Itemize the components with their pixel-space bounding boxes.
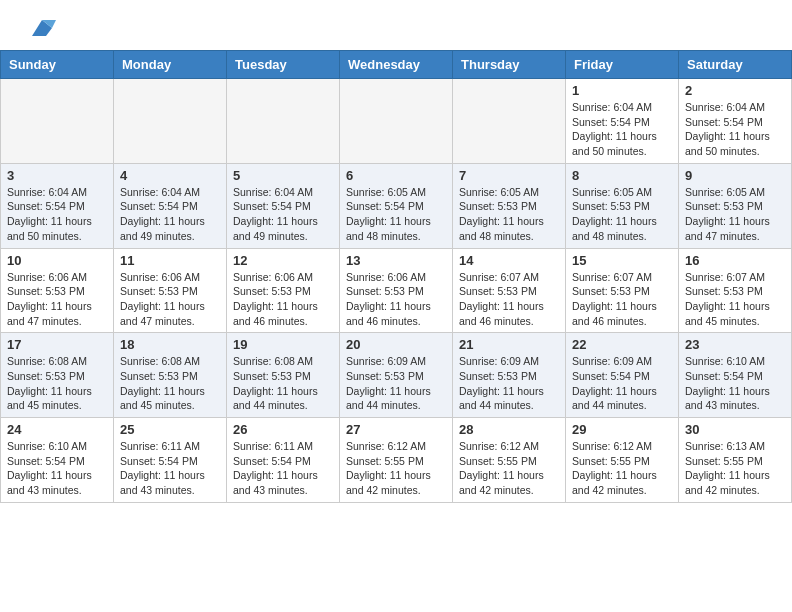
day-number: 15	[572, 253, 672, 268]
week-row-1: 1Sunrise: 6:04 AMSunset: 5:54 PMDaylight…	[1, 79, 792, 164]
day-info: Sunrise: 6:08 AMSunset: 5:53 PMDaylight:…	[233, 354, 333, 413]
weekday-header-tuesday: Tuesday	[227, 51, 340, 79]
weekday-header-thursday: Thursday	[453, 51, 566, 79]
calendar-cell: 13Sunrise: 6:06 AMSunset: 5:53 PMDayligh…	[340, 248, 453, 333]
calendar-cell: 6Sunrise: 6:05 AMSunset: 5:54 PMDaylight…	[340, 163, 453, 248]
day-info: Sunrise: 6:04 AMSunset: 5:54 PMDaylight:…	[7, 185, 107, 244]
day-number: 4	[120, 168, 220, 183]
page-header	[0, 0, 792, 50]
day-info: Sunrise: 6:06 AMSunset: 5:53 PMDaylight:…	[346, 270, 446, 329]
day-info: Sunrise: 6:07 AMSunset: 5:53 PMDaylight:…	[572, 270, 672, 329]
day-info: Sunrise: 6:12 AMSunset: 5:55 PMDaylight:…	[572, 439, 672, 498]
calendar-cell: 25Sunrise: 6:11 AMSunset: 5:54 PMDayligh…	[114, 418, 227, 503]
day-number: 30	[685, 422, 785, 437]
day-number: 21	[459, 337, 559, 352]
calendar-cell: 23Sunrise: 6:10 AMSunset: 5:54 PMDayligh…	[679, 333, 792, 418]
calendar-cell: 27Sunrise: 6:12 AMSunset: 5:55 PMDayligh…	[340, 418, 453, 503]
day-info: Sunrise: 6:08 AMSunset: 5:53 PMDaylight:…	[7, 354, 107, 413]
calendar-cell: 2Sunrise: 6:04 AMSunset: 5:54 PMDaylight…	[679, 79, 792, 164]
day-number: 1	[572, 83, 672, 98]
logo	[24, 18, 56, 42]
calendar-cell: 19Sunrise: 6:08 AMSunset: 5:53 PMDayligh…	[227, 333, 340, 418]
calendar-cell: 1Sunrise: 6:04 AMSunset: 5:54 PMDaylight…	[566, 79, 679, 164]
day-info: Sunrise: 6:06 AMSunset: 5:53 PMDaylight:…	[120, 270, 220, 329]
day-info: Sunrise: 6:11 AMSunset: 5:54 PMDaylight:…	[233, 439, 333, 498]
calendar-cell: 21Sunrise: 6:09 AMSunset: 5:53 PMDayligh…	[453, 333, 566, 418]
day-info: Sunrise: 6:04 AMSunset: 5:54 PMDaylight:…	[233, 185, 333, 244]
calendar-cell	[114, 79, 227, 164]
calendar-cell	[227, 79, 340, 164]
calendar-cell: 17Sunrise: 6:08 AMSunset: 5:53 PMDayligh…	[1, 333, 114, 418]
calendar-cell: 24Sunrise: 6:10 AMSunset: 5:54 PMDayligh…	[1, 418, 114, 503]
calendar-cell: 15Sunrise: 6:07 AMSunset: 5:53 PMDayligh…	[566, 248, 679, 333]
weekday-header-wednesday: Wednesday	[340, 51, 453, 79]
day-info: Sunrise: 6:04 AMSunset: 5:54 PMDaylight:…	[572, 100, 672, 159]
weekday-header-monday: Monday	[114, 51, 227, 79]
calendar-cell: 28Sunrise: 6:12 AMSunset: 5:55 PMDayligh…	[453, 418, 566, 503]
calendar-cell: 14Sunrise: 6:07 AMSunset: 5:53 PMDayligh…	[453, 248, 566, 333]
calendar-cell: 8Sunrise: 6:05 AMSunset: 5:53 PMDaylight…	[566, 163, 679, 248]
day-number: 5	[233, 168, 333, 183]
day-info: Sunrise: 6:05 AMSunset: 5:53 PMDaylight:…	[685, 185, 785, 244]
calendar-cell: 18Sunrise: 6:08 AMSunset: 5:53 PMDayligh…	[114, 333, 227, 418]
calendar-cell: 20Sunrise: 6:09 AMSunset: 5:53 PMDayligh…	[340, 333, 453, 418]
weekday-header-sunday: Sunday	[1, 51, 114, 79]
calendar-cell: 12Sunrise: 6:06 AMSunset: 5:53 PMDayligh…	[227, 248, 340, 333]
day-number: 22	[572, 337, 672, 352]
day-number: 11	[120, 253, 220, 268]
week-row-4: 17Sunrise: 6:08 AMSunset: 5:53 PMDayligh…	[1, 333, 792, 418]
day-info: Sunrise: 6:06 AMSunset: 5:53 PMDaylight:…	[7, 270, 107, 329]
calendar-cell: 9Sunrise: 6:05 AMSunset: 5:53 PMDaylight…	[679, 163, 792, 248]
week-row-3: 10Sunrise: 6:06 AMSunset: 5:53 PMDayligh…	[1, 248, 792, 333]
day-number: 8	[572, 168, 672, 183]
day-number: 10	[7, 253, 107, 268]
day-number: 29	[572, 422, 672, 437]
calendar-cell	[453, 79, 566, 164]
weekday-header-saturday: Saturday	[679, 51, 792, 79]
calendar-cell	[1, 79, 114, 164]
day-number: 27	[346, 422, 446, 437]
calendar-cell: 29Sunrise: 6:12 AMSunset: 5:55 PMDayligh…	[566, 418, 679, 503]
calendar-wrapper: SundayMondayTuesdayWednesdayThursdayFrid…	[0, 50, 792, 515]
calendar-cell: 16Sunrise: 6:07 AMSunset: 5:53 PMDayligh…	[679, 248, 792, 333]
day-info: Sunrise: 6:13 AMSunset: 5:55 PMDaylight:…	[685, 439, 785, 498]
day-number: 12	[233, 253, 333, 268]
day-info: Sunrise: 6:05 AMSunset: 5:53 PMDaylight:…	[459, 185, 559, 244]
day-number: 14	[459, 253, 559, 268]
day-number: 3	[7, 168, 107, 183]
calendar-cell: 3Sunrise: 6:04 AMSunset: 5:54 PMDaylight…	[1, 163, 114, 248]
calendar-cell: 7Sunrise: 6:05 AMSunset: 5:53 PMDaylight…	[453, 163, 566, 248]
day-info: Sunrise: 6:05 AMSunset: 5:54 PMDaylight:…	[346, 185, 446, 244]
calendar-cell: 22Sunrise: 6:09 AMSunset: 5:54 PMDayligh…	[566, 333, 679, 418]
day-number: 7	[459, 168, 559, 183]
day-number: 17	[7, 337, 107, 352]
day-number: 13	[346, 253, 446, 268]
calendar-cell: 10Sunrise: 6:06 AMSunset: 5:53 PMDayligh…	[1, 248, 114, 333]
day-number: 6	[346, 168, 446, 183]
calendar-cell: 4Sunrise: 6:04 AMSunset: 5:54 PMDaylight…	[114, 163, 227, 248]
day-info: Sunrise: 6:12 AMSunset: 5:55 PMDaylight:…	[346, 439, 446, 498]
day-number: 25	[120, 422, 220, 437]
day-info: Sunrise: 6:05 AMSunset: 5:53 PMDaylight:…	[572, 185, 672, 244]
day-number: 20	[346, 337, 446, 352]
day-number: 18	[120, 337, 220, 352]
day-number: 28	[459, 422, 559, 437]
day-number: 26	[233, 422, 333, 437]
day-info: Sunrise: 6:09 AMSunset: 5:54 PMDaylight:…	[572, 354, 672, 413]
week-row-5: 24Sunrise: 6:10 AMSunset: 5:54 PMDayligh…	[1, 418, 792, 503]
day-number: 16	[685, 253, 785, 268]
calendar-table: SundayMondayTuesdayWednesdayThursdayFrid…	[0, 50, 792, 503]
calendar-cell: 26Sunrise: 6:11 AMSunset: 5:54 PMDayligh…	[227, 418, 340, 503]
day-number: 19	[233, 337, 333, 352]
day-number: 2	[685, 83, 785, 98]
day-info: Sunrise: 6:12 AMSunset: 5:55 PMDaylight:…	[459, 439, 559, 498]
day-info: Sunrise: 6:11 AMSunset: 5:54 PMDaylight:…	[120, 439, 220, 498]
day-info: Sunrise: 6:06 AMSunset: 5:53 PMDaylight:…	[233, 270, 333, 329]
calendar-cell: 11Sunrise: 6:06 AMSunset: 5:53 PMDayligh…	[114, 248, 227, 333]
weekday-header-row: SundayMondayTuesdayWednesdayThursdayFrid…	[1, 51, 792, 79]
calendar-cell: 30Sunrise: 6:13 AMSunset: 5:55 PMDayligh…	[679, 418, 792, 503]
day-info: Sunrise: 6:09 AMSunset: 5:53 PMDaylight:…	[346, 354, 446, 413]
day-info: Sunrise: 6:10 AMSunset: 5:54 PMDaylight:…	[685, 354, 785, 413]
day-number: 9	[685, 168, 785, 183]
day-info: Sunrise: 6:09 AMSunset: 5:53 PMDaylight:…	[459, 354, 559, 413]
